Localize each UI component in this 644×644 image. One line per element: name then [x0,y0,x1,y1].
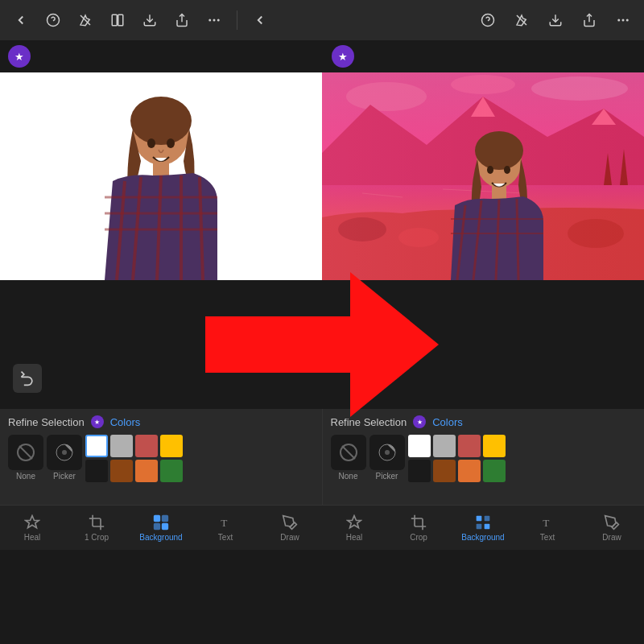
premium-badge-left: ★ [91,415,104,428]
swatches-row-left: None Picker [8,435,314,482]
back-button-2[interactable] [247,7,273,33]
picker-icon-box-left[interactable] [47,435,82,470]
crop-icon-1 [89,514,105,530]
magic-wand-left[interactable] [72,7,98,33]
text-icon-2: T [539,514,555,530]
canvas-area [0,72,644,280]
picker-label-left: Picker [53,472,76,481]
color-swatch-left-5[interactable] [110,460,133,482]
crop-icon-2 [411,514,427,530]
color-tools-row: Refine Selection ★ Colors None [0,409,644,506]
draw-icon-2 [604,514,620,530]
panel-header-left: Refine Selection ★ Colors [8,415,314,428]
bottom-panel: Refine Selection ★ Colors None [0,409,644,550]
nav-text-2[interactable]: T Text [515,511,580,545]
none-label-left: None [16,472,35,481]
panel-header-right: Refine Selection ★ Colors [331,415,637,428]
picker-option-left[interactable]: Picker [47,435,82,482]
color-swatch-left-6[interactable] [135,460,158,482]
svg-point-61 [385,450,390,455]
color-swatch-left-1[interactable] [110,435,133,457]
star-badge-left[interactable]: ★ [8,45,31,68]
svg-point-52 [487,166,493,174]
help-button-left[interactable] [40,7,66,33]
svg-rect-62 [155,515,160,521]
share-button-right[interactable] [576,7,602,33]
svg-line-59 [342,446,355,459]
arrow-head [350,272,439,417]
nav-draw-1[interactable]: Draw [258,511,322,545]
star-badge-right[interactable]: ★ [332,45,354,68]
svg-rect-4 [118,14,123,26]
svg-point-20 [130,97,192,145]
canvas-right[interactable] [322,72,644,280]
undo-button[interactable] [13,364,42,393]
color-swatch-left-7[interactable] [160,460,183,482]
heal-icon-2 [346,514,362,530]
none-icon-box-right[interactable] [331,435,366,470]
svg-rect-3 [112,14,117,26]
color-swatch-left-2[interactable] [135,435,158,457]
color-swatch-right-1[interactable] [433,435,456,457]
svg-rect-68 [485,515,490,521]
background-icon-1 [153,514,169,530]
svg-point-53 [504,166,510,174]
arrow-shaft [205,316,350,373]
none-option-right[interactable]: None [331,435,366,482]
magic-wand-right[interactable] [509,7,535,33]
color-swatch-right-4[interactable] [408,460,431,482]
svg-rect-69 [477,523,482,529]
color-swatch-right-6[interactable] [458,460,481,482]
refine-selection-label-left: Refine Selection [8,416,85,428]
nav-heal-label-1: Heal [24,533,41,542]
nav-draw-label-2: Draw [602,533,621,542]
canvas-left[interactable] [0,72,322,280]
nav-background-label-2: Background [461,533,504,542]
toolbar-divider [237,10,237,30]
download-button-left[interactable] [137,7,163,33]
color-swatch-left-4[interactable] [85,460,108,482]
none-icon-box-left[interactable] [8,435,43,470]
nav-crop-1[interactable]: 1 Crop [64,511,129,545]
svg-text:T: T [543,517,549,529]
back-button[interactable] [8,7,34,33]
panels-button[interactable] [105,7,130,33]
nav-text-1[interactable]: T Text [193,511,258,545]
svg-rect-70 [485,523,490,529]
svg-point-9 [217,19,220,22]
download-button-right[interactable] [543,7,568,33]
nav-draw-2[interactable]: Draw [580,511,644,545]
directional-arrow [205,272,439,417]
color-swatch-right-3[interactable] [483,435,506,457]
canvas-left-image [0,72,322,280]
colors-tab-left[interactable]: Colors [110,416,141,428]
nav-crop-2[interactable]: Crop [386,511,451,545]
top-toolbar [0,0,644,40]
color-swatch-right-7[interactable] [483,460,506,482]
more-button-right[interactable] [610,7,636,33]
color-swatch-right-5[interactable] [433,460,456,482]
color-swatch-left-0[interactable] [85,435,108,457]
color-grid-right [408,435,506,482]
color-swatch-right-0[interactable] [408,435,431,457]
color-swatch-right-2[interactable] [458,435,481,457]
nav-draw-label-1: Draw [280,533,299,542]
svg-rect-63 [163,515,168,521]
more-button-left[interactable] [201,7,227,33]
nav-heal-1[interactable]: Heal [0,511,64,545]
svg-rect-67 [477,515,482,521]
premium-badge-right: ★ [413,415,426,428]
bottom-nav: Heal 1 Crop Background T Text [0,506,644,550]
picker-option-right[interactable]: Picker [369,435,405,482]
help-button-right[interactable] [475,7,501,33]
picker-icon-box-right[interactable] [369,435,405,470]
nav-heal-2[interactable]: Heal [322,511,386,545]
svg-rect-64 [155,523,160,529]
color-swatch-left-3[interactable] [160,435,183,457]
share-button-left[interactable] [169,7,195,33]
nav-background-2[interactable]: Background [451,511,515,545]
colors-tab-right[interactable]: Colors [432,416,463,428]
background-icon-2 [475,514,491,530]
none-option-left[interactable]: None [8,435,43,482]
nav-background-1[interactable]: Background [129,511,193,545]
